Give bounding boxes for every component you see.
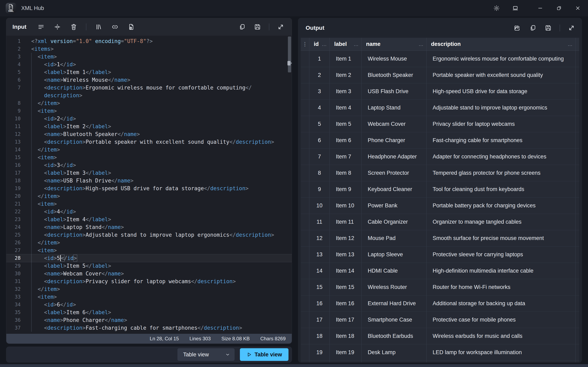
editor-line[interactable]: 13 <description>Portable speaker with ex… xyxy=(6,138,292,146)
editor-line[interactable]: 34 <id>6</id> xyxy=(6,301,292,309)
line-number: 32 xyxy=(6,285,21,293)
line-number: 23 xyxy=(6,216,21,223)
editor-line[interactable]: 20 </item> xyxy=(6,192,292,200)
display-mode-button[interactable] xyxy=(510,3,521,13)
column-menu-icon[interactable]: ... xyxy=(322,42,327,47)
cell-description: LED lamp for workspace illumination xyxy=(426,344,576,360)
editor-line[interactable]: 26 </item> xyxy=(6,239,292,247)
editor-line[interactable]: 8 </item> xyxy=(6,99,292,107)
editor-line[interactable]: 7 <description>Ergonomic wireless mouse … xyxy=(6,84,292,92)
editor-line[interactable]: 27 <item> xyxy=(6,247,292,254)
minify-icon xyxy=(54,24,61,30)
editor-line[interactable]: 25 <description>Adjustable stand to impr… xyxy=(6,231,292,239)
editor-line[interactable]: description> xyxy=(6,92,292,99)
scrollbar-thumb[interactable] xyxy=(288,36,291,72)
columns-button[interactable] xyxy=(95,23,103,31)
editor-line[interactable]: 6 <name>Wireless Mouse</name> xyxy=(6,76,292,84)
editor-line[interactable]: 16 <id>3</id> xyxy=(6,161,292,169)
column-menu-icon[interactable]: ... xyxy=(568,42,572,47)
editor-line[interactable]: 10 <id>2</id> xyxy=(6,115,292,123)
editor-line[interactable]: 32 </item> xyxy=(6,285,292,293)
copy-output-button[interactable] xyxy=(528,24,537,32)
line-number: 36 xyxy=(6,316,21,324)
save-output-button[interactable] xyxy=(544,24,552,32)
editor-line[interactable]: 9 <item> xyxy=(6,107,292,115)
editor-line[interactable]: 37 <description>Fast-charging cable for … xyxy=(6,324,292,332)
editor-line[interactable]: 5 <label>Item 1</label> xyxy=(6,68,292,76)
cell-name: Mouse Pad xyxy=(362,230,426,246)
editor-line[interactable]: 23 <label>Item 4</label> xyxy=(6,216,292,223)
table-scroll-gutter xyxy=(576,67,579,83)
editor-line[interactable]: 21 <item> xyxy=(6,200,292,208)
minimize-icon xyxy=(537,5,543,11)
editor-line[interactable]: 3 <item> xyxy=(6,53,292,60)
share-output-button[interactable] xyxy=(513,24,521,32)
copy-icon xyxy=(238,24,245,30)
link-icon xyxy=(112,24,118,30)
cell-id: 9 xyxy=(309,181,330,197)
editor-line[interactable]: 31 <description>Privacy slider for lapto… xyxy=(6,277,292,285)
editor-line[interactable]: 18 <name>USB Flash Drive</name> xyxy=(6,177,292,184)
cell-name: Webcam Cover xyxy=(362,116,426,132)
editor-line[interactable]: 14 </item> xyxy=(6,146,292,154)
editor-line[interactable]: 30 <name>Webcam Cover</name> xyxy=(6,270,292,277)
editor-line[interactable]: 17 <label>Item 3</label> xyxy=(6,169,292,177)
xml-editor[interactable]: 1<?xml version="1.0" encoding="UTF-8"?>2… xyxy=(6,36,292,334)
editor-line[interactable]: 24 <name>Laptop Stand</name> xyxy=(6,223,292,231)
table-scroll-gutter xyxy=(576,149,579,165)
editor-line[interactable]: 15 <item> xyxy=(6,154,292,161)
editor-line[interactable]: 11 <label>Item 2</label> xyxy=(6,123,292,130)
line-number: 29 xyxy=(6,262,21,270)
cursor-position-marker-line xyxy=(290,63,292,64)
toolbar-divider xyxy=(86,24,86,30)
cell-description: Adjustable stand to improve laptop ergon… xyxy=(426,100,576,116)
cell-label: Item 3 xyxy=(330,83,362,100)
close-icon xyxy=(575,5,581,11)
editor-line[interactable]: 4 <id>1</id> xyxy=(6,60,292,68)
cell-id: 5 xyxy=(309,116,330,132)
delete-button[interactable] xyxy=(70,23,78,31)
copy-input-button[interactable] xyxy=(238,23,246,31)
row-handle xyxy=(301,67,309,83)
minify-button[interactable] xyxy=(53,23,61,31)
editor-line[interactable]: 22 <id>4</id> xyxy=(6,208,292,216)
settings-button[interactable] xyxy=(491,3,502,13)
column-menu-icon[interactable]: ... xyxy=(354,42,359,47)
editor-line[interactable]: 29 <label>Item 5</label> xyxy=(6,262,292,270)
file-export-icon xyxy=(128,24,135,30)
table-scroll-gutter xyxy=(576,51,579,67)
row-handle xyxy=(301,328,309,344)
column-menu-icon[interactable]: ... xyxy=(419,42,424,47)
line-number: 11 xyxy=(6,123,21,130)
row-handle xyxy=(301,83,309,100)
row-handle xyxy=(301,263,309,279)
restore-button[interactable] xyxy=(554,3,564,13)
view-mode-select[interactable]: Table view xyxy=(177,348,234,361)
cell-label: Item 17 xyxy=(330,312,362,328)
editor-line[interactable]: 12 <name>Bluetooth Speaker</name> xyxy=(6,130,292,138)
table-kebab-icon[interactable]: ⋮ xyxy=(301,38,309,50)
editor-line[interactable]: 28 <id>5</id> xyxy=(6,254,292,262)
close-button[interactable] xyxy=(572,3,583,13)
file-export-button[interactable] xyxy=(127,23,135,31)
cell-label: Item 10 xyxy=(330,198,362,214)
line-number: 17 xyxy=(6,169,21,177)
cell-label: Item 6 xyxy=(330,132,362,149)
expand-output-button[interactable] xyxy=(567,24,576,32)
column-label: name xyxy=(366,41,380,47)
format-button[interactable] xyxy=(37,23,45,31)
minimize-button[interactable] xyxy=(535,3,545,13)
run-table-view-button[interactable]: Table view xyxy=(240,348,288,361)
editor-line[interactable]: 33 <item> xyxy=(6,293,292,301)
save-input-button[interactable] xyxy=(253,23,261,31)
chevron-down-icon xyxy=(225,352,231,358)
editor-line[interactable]: 36 <name>Phone Charger</name> xyxy=(6,316,292,324)
editor-line[interactable]: 19 <description>High-speed USB drive for… xyxy=(6,184,292,192)
link-button[interactable] xyxy=(111,23,119,31)
editor-line[interactable]: 2<items> xyxy=(6,45,292,53)
editor-line[interactable]: 35 <label>Item 6</label> xyxy=(6,309,292,316)
expand-input-button[interactable] xyxy=(277,23,285,31)
line-number: 18 xyxy=(6,177,21,184)
editor-scrollbar[interactable] xyxy=(288,36,291,333)
editor-line[interactable]: 1<?xml version="1.0" encoding="UTF-8"?> xyxy=(6,37,292,45)
